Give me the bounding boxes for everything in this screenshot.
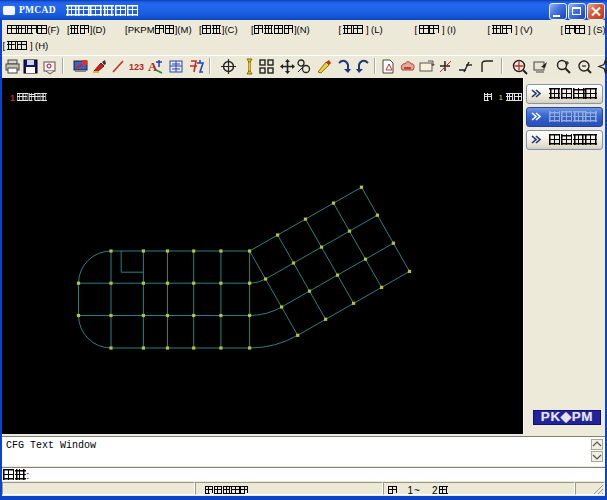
svg-text:123: 123 xyxy=(129,62,144,72)
